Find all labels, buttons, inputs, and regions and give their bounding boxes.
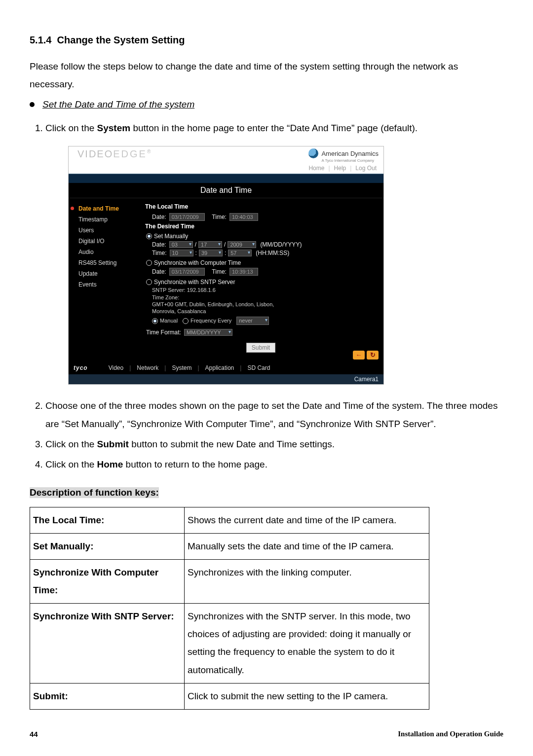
mode-sync-sntp[interactable]: Synchronize with SNTP Server [146, 279, 377, 286]
radio-icon [183, 318, 189, 324]
table-row: Synchronize With SNTP Server:Synchronize… [30, 604, 429, 683]
table-row: Synchronize With Computer Time:Synchroni… [30, 560, 429, 604]
subheading-bullet: Set the Date and Time of the system [30, 99, 503, 110]
function-keys-heading: Description of function keys: [30, 487, 159, 498]
computer-time-row: Date: 03/17/2009 Time: 10:39:13 [152, 268, 377, 276]
back-button[interactable]: ← [353, 351, 365, 360]
sidebar: Date and Time Timestamp Users Digital I/… [69, 198, 145, 352]
subheading-text: Set the Date and Time of the system [42, 99, 194, 110]
steps-list: Click on the System button in the home p… [30, 119, 503, 137]
section-title-text: Change the System Setting [57, 35, 185, 45]
tab-application[interactable]: Application [199, 364, 240, 371]
top-links: Home| Help| Log Out [308, 165, 379, 172]
local-date-value: 03/17/2009 [169, 213, 205, 221]
manual-time-row: Time: 10: 39: 57 (HH:MM:SS) [152, 250, 377, 256]
mode-set-manually[interactable]: Set Manually [146, 233, 377, 240]
local-time-row: Date: 03/17/2009 Time: 10:40:03 [152, 213, 377, 221]
table-row: Set Manually:Manually sets the date and … [30, 534, 429, 560]
steps-list-continued: Choose one of the three modes shown on t… [30, 396, 503, 473]
intro-text: Please follow the steps below to change … [30, 58, 503, 93]
timezone-label: Time Zone: [152, 294, 377, 301]
section-heading: 5.1.4 Change the System Setting [30, 35, 503, 46]
mode-sync-computer[interactable]: Synchronize with Computer Time [146, 259, 377, 266]
manual-day-select[interactable]: 17 [198, 241, 222, 248]
sntp-mode-manual[interactable]: Manual [152, 317, 178, 324]
link-logout[interactable]: Log Out [355, 165, 377, 172]
section-number: 5.1.4 [30, 35, 51, 45]
step-4: Click on the Home button to return to th… [45, 455, 503, 473]
step-2: Choose one of the three modes shown on t… [45, 396, 503, 433]
page-footer: 44 Installation and Operation Guide [30, 730, 503, 738]
radio-icon [146, 279, 152, 285]
function-keys-table: The Local Time:Shows the current date an… [30, 507, 429, 710]
step-3: Click on the Submit button to submit the… [45, 435, 503, 453]
refresh-button[interactable]: ↻ [367, 351, 379, 360]
videoedge-logo: VideoEdge® [77, 148, 152, 160]
computer-date-value: 03/17/2009 [169, 268, 205, 276]
bullet-icon [30, 102, 35, 107]
sidebar-item-timestamp[interactable]: Timestamp [74, 214, 145, 225]
app-header: VideoEdge® American Dynamics A Tyco Inte… [69, 146, 383, 174]
sntp-server-row: SNTP Server: 192.168.1.6 [152, 287, 377, 293]
table-row: The Local Time:Shows the current date an… [30, 507, 429, 533]
step-1: Click on the System button in the home p… [45, 119, 503, 137]
sidebar-item-digital-io[interactable]: Digital I/O [74, 236, 145, 247]
sidebar-item-date-time[interactable]: Date and Time [74, 203, 145, 214]
nav-buttons: ← ↻ [353, 351, 379, 360]
page-number: 44 [30, 730, 38, 738]
radio-icon [146, 260, 152, 266]
local-time-heading: The Local Time [145, 203, 377, 210]
embedded-screenshot: VideoEdge® American Dynamics A Tyco Inte… [68, 146, 384, 384]
link-help[interactable]: Help [334, 165, 346, 172]
link-home[interactable]: Home [308, 165, 324, 172]
sidebar-item-update[interactable]: Update [74, 268, 145, 279]
manual-month-select[interactable]: 03 [169, 241, 193, 248]
sntp-mode-row: Manual Frequency Every never [152, 317, 377, 324]
sidebar-item-rs485[interactable]: RS485 Setting [74, 257, 145, 268]
tab-network[interactable]: Network [131, 364, 164, 371]
radio-icon [146, 233, 152, 239]
arrow-left-icon: ← [356, 351, 362, 359]
brand-block: American Dynamics A Tyco International C… [308, 148, 379, 172]
bottom-nav: tyco Video| Network| System| Application… [69, 361, 383, 374]
sntp-server-value: 192.168.1.6 [187, 287, 216, 293]
time-format-row: Time Format: MM/DD/YYYY [146, 329, 377, 336]
refresh-icon: ↻ [370, 351, 376, 359]
tyco-logo: tyco [74, 364, 88, 371]
local-time-value: 10:40:03 [229, 213, 258, 221]
sidebar-item-users[interactable]: Users [74, 225, 145, 236]
manual-date-row: Date: 03/ 17/ 2009 (MM/DD/YYYY) [152, 241, 377, 248]
footer-guide: Installation and Operation Guide [398, 730, 503, 738]
tab-video[interactable]: Video [103, 364, 129, 371]
manual-year-select[interactable]: 2009 [228, 241, 256, 248]
camera-bar: Camera1 [69, 374, 383, 384]
manual-hour-select[interactable]: 10 [170, 250, 193, 256]
submit-button[interactable]: Submit [246, 343, 275, 353]
frequency-select[interactable]: never [236, 317, 269, 324]
brand-name: American Dynamics [321, 150, 379, 157]
radio-icon [152, 318, 158, 324]
sidebar-item-audio[interactable]: Audio [74, 247, 145, 257]
desired-time-heading: The Desired Time [145, 223, 377, 230]
manual-page: 5.1.4 Change the System Setting Please f… [0, 0, 533, 756]
sidebar-item-events[interactable]: Events [74, 279, 145, 290]
time-format-select[interactable]: MM/DD/YYYY [184, 329, 232, 336]
manual-second-select[interactable]: 57 [228, 250, 252, 256]
manual-minute-select[interactable]: 39 [199, 250, 223, 256]
header-strip [69, 174, 383, 183]
timezone-value: GMT+00 GMT, Dublin, Edinburgh, London, L… [152, 301, 280, 315]
computer-time-value: 10:39:13 [229, 268, 258, 276]
tab-system[interactable]: System [166, 364, 197, 371]
page-title: Date and Time [69, 183, 383, 198]
sntp-mode-frequency[interactable]: Frequency Every [183, 317, 231, 324]
globe-icon [308, 148, 318, 158]
tab-sd-card[interactable]: SD Card [241, 364, 276, 371]
brand-subtitle: A Tyco International Company [321, 158, 379, 163]
table-row: Submit:Click to submit the new setting t… [30, 683, 429, 709]
settings-form: The Local Time Date: 03/17/2009 Time: 10… [145, 198, 383, 352]
